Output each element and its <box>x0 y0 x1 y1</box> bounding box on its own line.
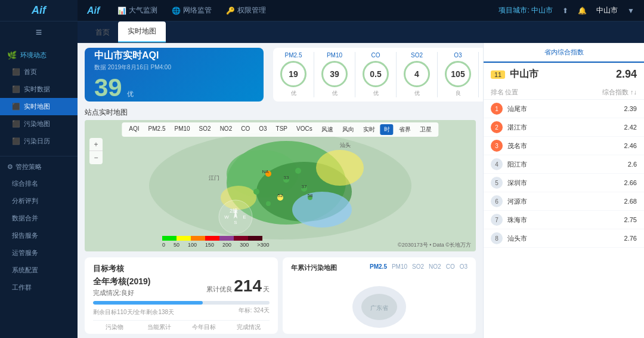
tab-realtime-map[interactable]: 实时地图 <box>118 21 166 42</box>
metric-status: 优 <box>280 90 306 97</box>
rank-row[interactable]: 8 汕头市 2.76 <box>484 229 644 248</box>
pm-tabs: PM2.5PM10SO2NO2COO3 <box>370 263 467 270</box>
pm-tab-pm2.5[interactable]: PM2.5 <box>370 263 387 270</box>
rank-city: 中山市 <box>510 68 616 81</box>
map-container[interactable]: AQIPM2.5PM10SO2NO2COO3TSPVOCs风速风向实时时省界卫星… <box>85 120 476 251</box>
count-unit: 天 <box>263 285 270 294</box>
pm-tab-pm10[interactable]: PM10 <box>392 263 407 270</box>
col-cumulative: 当能累计 <box>138 323 180 331</box>
pm-tab-so2[interactable]: SO2 <box>412 263 424 270</box>
aqi-card: 中山市实时AQI 数据 2019年8月16日 PM4:00 39 优 <box>85 48 264 102</box>
rank-number: 7 <box>491 214 503 226</box>
map-toolbar-btn-PM10[interactable]: PM10 <box>171 124 193 135</box>
metrics-grid: PM2.5 19 优 PM10 39 优 CO 0.5 优 SO2 <box>273 48 483 102</box>
tab-home[interactable]: 首页 <box>87 24 118 42</box>
sidebar-item-realtime[interactable]: ⬛ 实时数据 <box>0 81 78 98</box>
pm-tab-o3[interactable]: O3 <box>460 263 467 270</box>
mgmt-section[interactable]: ⚙ 管控策略 <box>0 159 78 175</box>
metric-status: 优 <box>321 90 348 97</box>
target-progress-bar <box>93 301 203 305</box>
sidebar-item-report[interactable]: 报告服务 <box>0 227 78 244</box>
target-card: 目标考核 全年考核(2019) 完成情况:良好 累计优良 214 <box>85 257 278 334</box>
upload-icon[interactable]: ⬆ <box>562 7 568 15</box>
metric-item-pm10: PM10 39 优 <box>314 52 355 97</box>
sidebar-toggle[interactable]: ≡ <box>0 21 78 44</box>
sidebar-item-analysis[interactable]: 分析评判 <box>0 192 78 210</box>
aqi-title: 中山市实时AQI <box>94 50 213 62</box>
map-icon: ⬛ <box>12 103 20 110</box>
mini-map-svg: 广东省 <box>343 277 415 331</box>
rank-city-name: 深圳市 <box>507 179 624 188</box>
map-toolbar-btn-卫星[interactable]: 卫星 <box>416 124 435 135</box>
sidebar-item-ranking[interactable]: 综合排名 <box>0 175 78 192</box>
nav-item-monitoring[interactable]: 📊 大气监测 <box>117 5 157 16</box>
pollution-map-card: 年累计污染地图 PM2.5PM10SO2NO2COO3 广东省 <box>283 257 476 334</box>
map-toolbar-btn-NO2[interactable]: NO2 <box>216 124 236 135</box>
map-toolbar-btn-CO[interactable]: CO <box>237 124 253 135</box>
target-section-title: 目标考核 <box>93 263 270 274</box>
pm-tab-no2[interactable]: NO2 <box>429 263 441 270</box>
col-pollutant: 污染物 <box>93 323 135 331</box>
map-toolbar-btn-SO2[interactable]: SO2 <box>196 124 215 135</box>
rank-score-value: 2.46 <box>624 142 637 149</box>
hamburger-icon[interactable]: ≡ <box>36 26 42 39</box>
map-zoom-in[interactable]: + <box>89 138 103 151</box>
nav-items: 📊 大气监测 🌐 网络监管 🔑 权限管理 <box>117 5 499 16</box>
map-toolbar-btn-时[interactable]: 时 <box>380 124 394 135</box>
right-tab-provincial[interactable]: 省内综合指数 <box>484 43 644 63</box>
map-toolbar-btn-AQI[interactable]: AQI <box>125 124 143 135</box>
map-toolbar-btn-省界[interactable]: 省界 <box>395 124 414 135</box>
svg-point-13 <box>295 168 301 174</box>
env-icon: 🌿 <box>7 51 17 60</box>
metric-circle: 39 <box>321 61 348 87</box>
map-toolbar-btn-风向[interactable]: 风向 <box>339 124 358 135</box>
rank-row[interactable]: 7 珠海市 2.75 <box>484 211 644 229</box>
map-toolbar-btn-TSP[interactable]: TSP <box>273 124 291 135</box>
col-year-target: 今年目标 <box>182 323 225 331</box>
map-toolbar-btn-实时[interactable]: 实时 <box>360 124 379 135</box>
rank-row[interactable]: 2 湛江市 2.42 <box>484 118 644 137</box>
network-icon: 🌐 <box>172 7 181 15</box>
metric-circle: 4 <box>404 61 430 87</box>
nav-item-admin[interactable]: 🔑 权限管理 <box>226 5 266 16</box>
metric-value: 4 <box>414 69 419 79</box>
map-toolbar-btn-VOCs[interactable]: VOCs <box>293 124 316 135</box>
pm-tab-co[interactable]: CO <box>446 263 455 270</box>
metric-circle: 0.5 <box>363 61 389 87</box>
map-section: 站点实时地图 AQIPM2.5PM10SO2NO2COO3TSPVOCs风速风向… <box>78 104 483 255</box>
sidebar-item-pollution-map[interactable]: ⬛ 污染地图 <box>0 115 78 133</box>
metric-name: O3 <box>445 52 471 59</box>
sidebar-item-data-merge[interactable]: 数据合并 <box>0 210 78 227</box>
top-nav-right: 项目城市: 中山市 ⬆ 🔔 中山市 ▼ <box>499 5 634 16</box>
metric-value: 105 <box>451 69 465 79</box>
rank-row[interactable]: 5 深圳市 2.66 <box>484 174 644 192</box>
sort-icon[interactable]: ↑↓ <box>630 88 637 96</box>
sidebar-item-workgroup[interactable]: 工作群 <box>0 279 78 296</box>
app-logo: Aif <box>32 4 46 17</box>
metric-name: PM10 <box>321 52 348 59</box>
map-toolbar-btn-O3[interactable]: O3 <box>255 124 270 135</box>
rank-number: 8 <box>491 232 503 244</box>
user-city[interactable]: 中山市 <box>596 5 618 16</box>
sidebar-item-sysconfig[interactable]: 系统配置 <box>0 262 78 279</box>
notification-icon[interactable]: 🔔 <box>578 7 587 15</box>
realtime-icon: ⬛ <box>12 85 20 93</box>
rank-row[interactable]: 1 汕尾市 2.39 <box>484 100 644 118</box>
svg-text:33: 33 <box>284 175 289 180</box>
rank-row[interactable]: 6 河源市 2.68 <box>484 192 644 211</box>
map-toolbar-btn-风速[interactable]: 风速 <box>318 124 337 135</box>
calendar-icon: ⬛ <box>12 137 20 145</box>
rank-row[interactable]: 4 阳江市 2.6 <box>484 155 644 174</box>
col-completion: 完成情况 <box>227 323 270 331</box>
sidebar-item-pollution-calendar[interactable]: ⬛ 污染日历 <box>0 133 78 150</box>
metric-value: 0.5 <box>370 69 381 79</box>
rank-row[interactable]: 3 茂名市 2.46 <box>484 137 644 155</box>
map-toolbar-btn-PM2.5[interactable]: PM2.5 <box>145 124 169 135</box>
sidebar-item-home[interactable]: ⬛ 首页 <box>0 63 78 81</box>
chevron-down-icon[interactable]: ▼ <box>627 7 634 15</box>
sidebar-item-ops[interactable]: 运管服务 <box>0 244 78 262</box>
map-zoom-out[interactable]: − <box>89 151 103 164</box>
nav-item-network[interactable]: 🌐 网络监管 <box>172 5 212 16</box>
year-target-label: 年标: <box>239 307 254 314</box>
sidebar-item-realtime-map[interactable]: ⬛ 实时地图 <box>0 98 78 115</box>
